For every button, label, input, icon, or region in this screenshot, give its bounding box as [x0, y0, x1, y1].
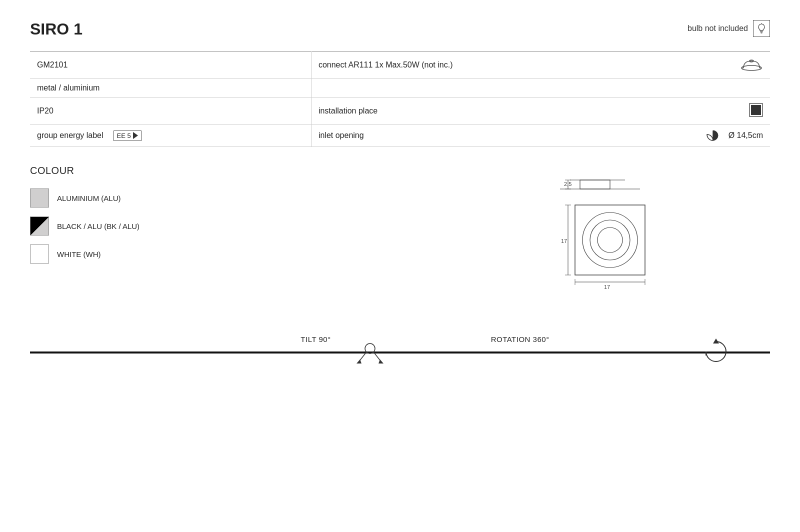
product-title: SIRO 1 — [30, 20, 82, 38]
spec-row-2: metal / aluminium — [30, 78, 770, 98]
spec-row-3: IP20 installation place — [30, 98, 770, 124]
spec-right-4: inlet opening Ø 14,5cm — [311, 124, 770, 147]
svg-rect-12 — [580, 180, 610, 189]
rotation-icon-area — [702, 338, 730, 366]
svg-point-20 — [590, 220, 630, 260]
colour-label-bk: BLACK / ALU (BK / ALU) — [57, 222, 140, 230]
svg-rect-8 — [751, 105, 761, 115]
specs-table: GM2101 connect AR111 1x Max.50W (not inc… — [30, 52, 770, 147]
spec-right-2 — [311, 78, 770, 98]
bulb-notice-text: bulb not included — [688, 24, 748, 33]
bottom-line-container — [30, 348, 770, 378]
colour-item-wh: WHITE (WH) — [30, 244, 300, 264]
svg-marker-34 — [378, 360, 384, 364]
inlet-icons: Ø 14,5cm — [704, 130, 763, 142]
colour-swatch-alu — [30, 188, 49, 208]
energy-arrow-icon — [133, 132, 138, 139]
spec-right-1: connect AR111 1x Max.50W (not inc.) — [311, 52, 770, 78]
tilt-label: TILT 90° — [300, 335, 330, 344]
bulb-notice-area: bulb not included — [688, 20, 770, 37]
inlet-diameter: Ø 14,5cm — [728, 131, 763, 140]
install-place-icon — [749, 103, 763, 119]
bottom-section: TILT 90° ROTATION 360° — [30, 335, 770, 378]
spec-right-text-3: installation place — [318, 106, 378, 116]
colour-section-title: COLOUR — [30, 165, 300, 176]
rotation-label: ROTATION 360° — [491, 335, 550, 344]
svg-rect-18 — [575, 205, 645, 275]
svg-point-19 — [582, 212, 638, 268]
colour-section: COLOUR ALUMINIUM (ALU) BLACK / ALU (BK /… — [30, 165, 770, 305]
colour-item-alu: ALUMINIUM (ALU) — [30, 188, 300, 208]
svg-point-21 — [598, 228, 622, 252]
svg-text:17: 17 — [604, 284, 610, 290]
bottom-line — [30, 352, 770, 354]
spec-left-1: GM2101 — [30, 52, 311, 78]
diagram-area: 2,5 17 17 — [300, 165, 770, 305]
tilt-rotation-labels: TILT 90° ROTATION 360° — [30, 335, 770, 344]
svg-point-4 — [742, 66, 762, 70]
energy-label-text: group energy label — [37, 131, 104, 140]
tilt-arrows-area — [350, 340, 390, 368]
bulb-icon — [753, 20, 770, 37]
colour-label-alu: ALUMINIUM (ALU) — [57, 194, 121, 202]
colour-list: ALUMINIUM (ALU) BLACK / ALU (BK / ALU) W… — [30, 188, 300, 264]
spec-left-4: group energy label EE 5 — [30, 124, 311, 147]
svg-text:17: 17 — [561, 238, 567, 244]
colour-swatch-bk — [30, 216, 49, 236]
technical-diagram: 2,5 17 17 — [505, 165, 665, 305]
colour-item-bk: BLACK / ALU (BK / ALU) — [30, 216, 300, 236]
spec-row-1: GM2101 connect AR111 1x Max.50W (not inc… — [30, 52, 770, 78]
lamp-icon — [740, 57, 763, 73]
spec-right-text-1: connect AR111 1x Max.50W (not inc.) — [318, 60, 453, 70]
spec-left-2: metal / aluminium — [30, 78, 311, 98]
inlet-half-circle-icon — [704, 130, 722, 142]
energy-label-badge: EE 5 — [114, 130, 142, 141]
spec-left-3: IP20 — [30, 98, 311, 124]
tilt-arrows-icon — [350, 340, 390, 366]
svg-marker-32 — [356, 360, 362, 364]
inlet-text: inlet opening — [318, 131, 364, 140]
rotation-icon — [702, 338, 730, 364]
spec-row-4: group energy label EE 5 inlet opening — [30, 124, 770, 147]
colour-label-wh: WHITE (WH) — [57, 250, 100, 258]
spec-right-3: installation place — [311, 98, 770, 124]
colour-swatch-wh — [30, 244, 49, 264]
svg-marker-35 — [713, 338, 719, 344]
